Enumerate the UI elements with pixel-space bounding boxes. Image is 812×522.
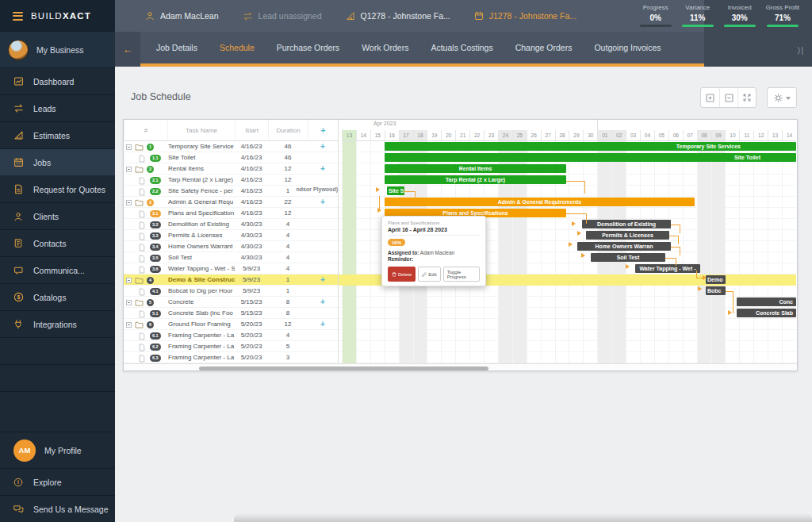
- gantt-bar-demolition-of-existing[interactable]: Demolition of Existing: [582, 220, 671, 228]
- sidebar-item-my-profile[interactable]: AMMy Profile: [0, 432, 115, 468]
- task-row[interactable]: 1 Temporary Site Service 4/16/23 46 +: [124, 141, 338, 152]
- tab-schedule[interactable]: Schedule: [220, 43, 255, 52]
- task-number-badge: 2: [147, 166, 154, 173]
- tab-outgoing-invoices[interactable]: Outgoing Invoices: [594, 43, 661, 52]
- task-row[interactable]: 3.2 Demolition of Existing 4/30/23 4: [124, 219, 338, 230]
- sidebar-item-explore[interactable]: iExplore: [0, 468, 115, 495]
- task-row[interactable]: 6.2 Framing Carpenter - La 5/20/23 5: [124, 341, 338, 352]
- task-row[interactable]: 6 Ground Floor Framing 5/20/23 12 +: [124, 319, 338, 330]
- task-row[interactable]: 4 Demo & Site Constructi 5/9/23 1 +: [124, 274, 338, 286]
- sidebar-item-contacts[interactable]: Contacts: [0, 230, 115, 257]
- task-row[interactable]: 3.6 Water Tapping - Wet - S 5/9/23 4: [124, 263, 338, 274]
- task-row[interactable]: 5.1 Concrete Slab (inc Foo 5/15/23 8: [124, 308, 338, 319]
- gantt-bar-permits-licenses[interactable]: Permits & Licenses: [586, 231, 669, 240]
- task-duration: 12: [268, 319, 308, 330]
- task-name: Permits & Licenses: [168, 230, 235, 241]
- gantt-bar-bobc[interactable]: Bobc: [706, 286, 726, 295]
- add-task-button[interactable]: +: [308, 120, 338, 141]
- gantt-bar-site-toilet[interactable]: Site Toilet: [385, 153, 796, 162]
- task-row[interactable]: 3.5 Soil Test 4/30/23 4: [124, 252, 338, 263]
- gantt-bar-conc[interactable]: Conc: [737, 297, 796, 306]
- gantt-bar-tarp-rental-2-x-large[interactable]: Tarp Rental (2 x Large): [385, 175, 566, 184]
- collapse-toggle-icon[interactable]: [126, 322, 132, 328]
- gantt-bar-temporary-site-services[interactable]: Temporary Site Services: [385, 142, 796, 151]
- gantt-bar-water-tapping-wet[interactable]: Water Tapping - Wet -: [635, 264, 700, 273]
- task-row[interactable]: 3 Admin & General Requ 4/16/23 22 +: [124, 197, 338, 208]
- sidebar-item-send-us-a-message[interactable]: Send Us a Message: [0, 495, 115, 522]
- toggle-progress-button[interactable]: Toggle Progress: [443, 267, 480, 282]
- task-start-date: 4/16/23: [235, 175, 268, 186]
- add-subtask-button[interactable]: +: [308, 319, 338, 330]
- task-row[interactable]: 5 Concrete 5/15/23 8 +: [124, 297, 338, 308]
- collapse-toggle-icon[interactable]: [126, 144, 132, 150]
- add-subtask-button[interactable]: +: [308, 274, 338, 286]
- task-duration: 12: [268, 208, 308, 219]
- collapse-toggle-icon[interactable]: [126, 200, 132, 205]
- tab-change-orders[interactable]: Change Orders: [515, 43, 573, 52]
- task-row[interactable]: 2 Rental Items 4/16/23 12 +: [124, 163, 338, 175]
- folder-icon: [135, 199, 144, 206]
- task-row[interactable]: 6.1 Framing Carpenter - La 5/20/23 4: [124, 330, 338, 341]
- gantt-day-column: [725, 141, 739, 363]
- edit-button[interactable]: Edit: [418, 267, 440, 282]
- zoom-out-button[interactable]: [719, 88, 737, 107]
- sidebar-item-dashboard[interactable]: Dashboard: [0, 68, 115, 95]
- sidebar-item-clients[interactable]: Clients: [0, 203, 115, 230]
- zoom-in-button[interactable]: [701, 88, 719, 107]
- gantt-bar-admin-general-requirements[interactable]: Admin & General Requirements: [385, 198, 695, 206]
- sidebar-item-leads[interactable]: Leads: [0, 95, 115, 122]
- collapse-toggle-icon[interactable]: [126, 278, 132, 283]
- folder-icon: [135, 277, 144, 284]
- gantt-bar-home-owners-warran[interactable]: Home Owners Warran: [577, 242, 671, 251]
- sidebar-item-integrations[interactable]: Integrations: [0, 311, 115, 338]
- add-subtask-button[interactable]: +: [308, 197, 338, 208]
- tooltip-dates: April 16 - April 28 2023: [388, 227, 480, 232]
- tab-actuals-costings[interactable]: Actuals Costings: [431, 43, 492, 52]
- task-row[interactable]: 3.3 Permits & Licenses 4/30/23 4: [124, 230, 338, 241]
- task-name: Tarp Rental (2 x Large): [168, 175, 235, 186]
- task-row[interactable]: 2.1 Tarp Rental (2 x Large) 4/16/23 12: [124, 175, 338, 186]
- add-subtask-button[interactable]: +: [308, 163, 338, 175]
- gantt-panel: # Task Name Start Duration + Apr 2023 13…: [123, 119, 798, 371]
- sidebar-item-communica[interactable]: Communica...: [0, 257, 115, 284]
- col-task-name: Task Name: [167, 120, 235, 141]
- add-subtask-button[interactable]: +: [308, 297, 338, 308]
- gantt-bar-concrete-slab[interactable]: Concrete Slab: [737, 309, 796, 317]
- hamburger-menu-icon[interactable]: [13, 12, 23, 21]
- add-subtask-button[interactable]: +: [308, 141, 338, 152]
- collapse-toggle-icon[interactable]: [126, 300, 132, 305]
- tab-purchase-orders[interactable]: Purchase Orders: [277, 43, 339, 52]
- sidebar-item-catalogs[interactable]: $Catalogs: [0, 284, 115, 311]
- sidebar-item-estimates[interactable]: Estimates: [0, 122, 115, 149]
- settings-button[interactable]: [768, 88, 796, 107]
- task-row[interactable]: 4.1 Bobcat to Dig per Hour 5/9/23 1: [124, 286, 338, 297]
- header-item-j1278-johnstone-fa[interactable]: J1278 - Johnstone Fa...: [474, 11, 576, 21]
- task-number-badge: 3.4: [150, 244, 161, 251]
- horizontal-scrollbar[interactable]: [199, 367, 488, 370]
- sidebar-item-request-for-quotes[interactable]: Request for Quotes: [0, 176, 115, 203]
- tab-job-details[interactable]: Job Details: [156, 43, 197, 52]
- header-item-q1278-johnstone-fa[interactable]: Q1278 - Johnstone Fa...: [346, 11, 450, 21]
- timeline-day: 17: [399, 130, 413, 141]
- task-name: Rental Items: [168, 163, 235, 175]
- collapse-panel-icon[interactable]: 〉|: [797, 45, 804, 56]
- task-row[interactable]: 6.3 Framing Carpenter - La 5/20/23 3: [124, 352, 338, 363]
- gantt-bar-rental-items[interactable]: Rental Items: [385, 164, 566, 173]
- back-arrow-button[interactable]: ←: [115, 32, 140, 67]
- delete-button[interactable]: Delete: [388, 267, 416, 282]
- logo-row: BUILDXACT: [0, 0, 115, 32]
- gantt-bar-soil-test[interactable]: Soil Test: [591, 253, 665, 262]
- sidebar-item-jobs[interactable]: Jobs: [0, 149, 115, 176]
- sidebar-item-my-business[interactable]: My Business: [0, 32, 115, 68]
- header-item-lead-unassigned[interactable]: Lead unassigned: [243, 11, 322, 21]
- gantt-bar-site-s[interactable]: Site S: [387, 186, 404, 195]
- header-item-adam-maclean[interactable]: Adam MacLean: [145, 11, 219, 21]
- task-row[interactable]: 3.4 Home Owners Warrant 4/30/23 4: [124, 241, 338, 252]
- task-row[interactable]: 1.1 Site Toilet 4/16/23 46: [124, 152, 338, 163]
- tab-work-orders[interactable]: Work Orders: [362, 43, 408, 52]
- task-start-date: 4/30/23: [235, 241, 268, 252]
- timeline-day: 24: [498, 130, 512, 141]
- fit-screen-button[interactable]: [737, 88, 756, 107]
- task-row[interactable]: 3.1 Plans and Specification 4/16/23 12: [124, 208, 338, 219]
- collapse-toggle-icon[interactable]: [126, 167, 132, 172]
